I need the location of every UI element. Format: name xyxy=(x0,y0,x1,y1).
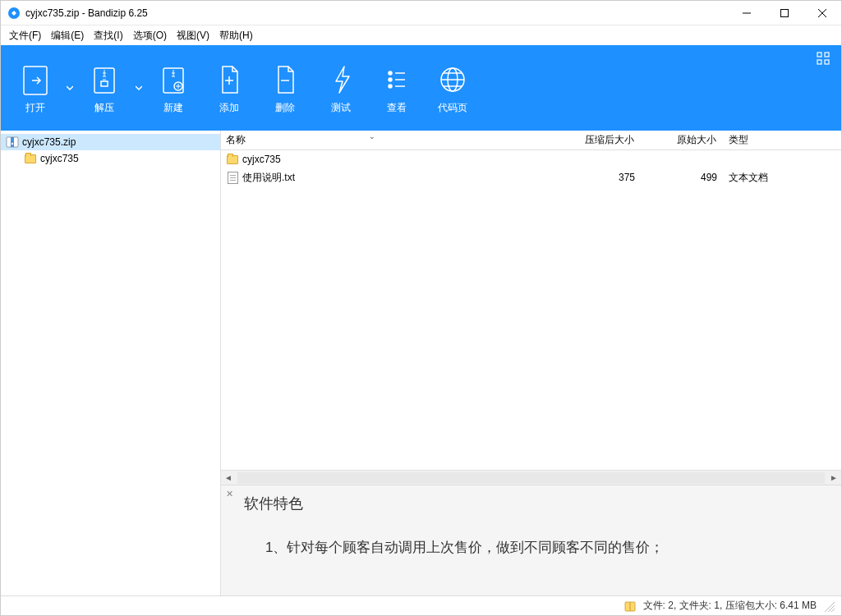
svg-rect-7 xyxy=(101,81,108,86)
new-label: 新建 xyxy=(163,101,183,115)
row-original: 499 xyxy=(640,172,722,183)
list-item[interactable]: 使用说明.txt 375 499 文本文档 xyxy=(221,168,841,186)
extract-label: 解压 xyxy=(94,101,114,115)
open-label: 打开 xyxy=(25,101,45,115)
scroll-track[interactable] xyxy=(237,472,825,484)
folder-tree[interactable]: cyjxc735.zip cyjxc735 xyxy=(1,131,221,595)
svg-rect-23 xyxy=(817,60,821,64)
toolbar-expand-icon[interactable] xyxy=(817,52,830,65)
preview-content: 1、针对每个顾客自动调用上次售价，做到不同顾客不同的售价； xyxy=(232,528,830,557)
horizontal-scrollbar[interactable]: ◄ ► xyxy=(221,470,841,485)
list-header: 名称 ⌄ 压缩后大小 原始大小 类型 xyxy=(221,131,841,150)
delete-icon xyxy=(269,62,301,98)
view-button[interactable]: 查看 xyxy=(369,51,425,125)
maximize-button[interactable] xyxy=(766,1,803,25)
preview-panel: ✕ 软件特色 1、针对每个顾客自动调用上次售价，做到不同顾客不同的售价； xyxy=(221,485,841,595)
row-name: 使用说明.txt xyxy=(242,171,295,185)
svg-rect-24 xyxy=(825,60,829,64)
tree-root-label: cyjxc735.zip xyxy=(22,136,76,148)
add-icon xyxy=(213,62,246,98)
open-button[interactable]: 打开 xyxy=(7,51,63,125)
main-area: cyjxc735.zip cyjxc735 名称 ⌄ 压缩后大小 原始大小 类型… xyxy=(1,131,841,595)
folder-icon xyxy=(226,153,239,166)
test-label: 测试 xyxy=(331,101,351,115)
add-button[interactable]: 添加 xyxy=(201,51,257,125)
minimize-button[interactable] xyxy=(728,1,766,25)
add-label: 添加 xyxy=(219,101,239,115)
menu-find[interactable]: 查找(I) xyxy=(89,27,127,44)
tree-root[interactable]: cyjxc735.zip xyxy=(1,134,220,150)
tree-child[interactable]: cyjxc735 xyxy=(1,150,220,167)
svg-rect-2 xyxy=(781,10,789,17)
test-button[interactable]: 测试 xyxy=(313,51,369,125)
text-file-icon xyxy=(226,171,239,184)
menu-options[interactable]: 选项(O) xyxy=(128,27,172,44)
menu-view[interactable]: 视图(V) xyxy=(172,27,214,44)
file-list[interactable]: cyjxc735 使用说明.txt 375 499 文本文档 xyxy=(221,150,841,470)
content-area: 名称 ⌄ 压缩后大小 原始大小 类型 cyjxc735 使用说明.txt xyxy=(221,131,841,595)
extract-button[interactable]: 解压 xyxy=(76,51,132,125)
new-button[interactable]: 新建 xyxy=(145,51,201,125)
open-icon xyxy=(19,62,52,98)
extract-icon xyxy=(88,62,121,98)
row-compressed: 375 xyxy=(541,172,640,183)
delete-button[interactable]: 删除 xyxy=(257,51,313,125)
svg-rect-21 xyxy=(817,53,821,57)
menu-help[interactable]: 帮助(H) xyxy=(214,27,258,44)
view-label: 查看 xyxy=(387,101,407,115)
window-title: cyjxc735.zip - Bandizip 6.25 xyxy=(25,7,728,19)
app-icon xyxy=(7,7,21,20)
codepage-icon xyxy=(436,62,469,98)
svg-point-27 xyxy=(12,143,13,145)
header-original[interactable]: 原始大小 xyxy=(640,133,722,147)
row-name: cyjxc735 xyxy=(242,154,281,165)
tree-child-label: cyjxc735 xyxy=(40,153,79,164)
resize-grip-icon[interactable] xyxy=(823,600,835,612)
window-controls xyxy=(728,1,841,25)
preview-title: 软件特色 xyxy=(244,494,830,513)
row-type: 文本文档 xyxy=(722,171,841,185)
toolbar: 打开 解压 新建 添加 删除 xyxy=(1,45,841,131)
test-icon xyxy=(324,62,357,98)
statusbar: 文件: 2, 文件夹: 1, 压缩包大小: 6.41 MB xyxy=(1,595,841,615)
header-compressed[interactable]: 压缩后大小 xyxy=(541,133,640,147)
view-icon xyxy=(380,62,413,98)
header-name[interactable]: 名称 xyxy=(221,133,541,147)
menubar: 文件(F) 编辑(E) 查找(I) 选项(O) 视图(V) 帮助(H) xyxy=(1,25,841,45)
titlebar: cyjxc735.zip - Bandizip 6.25 xyxy=(1,1,841,25)
menu-file[interactable]: 文件(F) xyxy=(4,27,46,44)
delete-label: 删除 xyxy=(275,101,295,115)
codepage-label: 代码页 xyxy=(438,101,467,115)
svg-point-12 xyxy=(389,78,392,81)
svg-point-14 xyxy=(389,85,392,88)
archive-icon xyxy=(623,600,637,613)
folder-icon xyxy=(24,152,37,165)
svg-point-10 xyxy=(389,71,392,75)
zip-file-icon xyxy=(6,136,19,149)
svg-rect-22 xyxy=(825,53,829,57)
scroll-left-icon[interactable]: ◄ xyxy=(221,471,236,485)
extract-dropdown[interactable] xyxy=(132,51,145,125)
sort-indicator-icon: ⌄ xyxy=(369,132,375,140)
menu-edit[interactable]: 编辑(E) xyxy=(46,27,89,44)
header-type[interactable]: 类型 xyxy=(722,133,841,147)
svg-rect-26 xyxy=(11,137,14,147)
list-item[interactable]: cyjxc735 xyxy=(221,150,841,168)
codepage-button[interactable]: 代码页 xyxy=(425,51,481,125)
scroll-right-icon[interactable]: ► xyxy=(826,471,841,485)
status-text: 文件: 2, 文件夹: 1, 压缩包大小: 6.41 MB xyxy=(643,599,817,613)
open-dropdown[interactable] xyxy=(63,51,76,125)
preview-close-icon[interactable]: ✕ xyxy=(226,489,233,499)
new-icon xyxy=(157,62,190,98)
close-button[interactable] xyxy=(803,1,841,25)
